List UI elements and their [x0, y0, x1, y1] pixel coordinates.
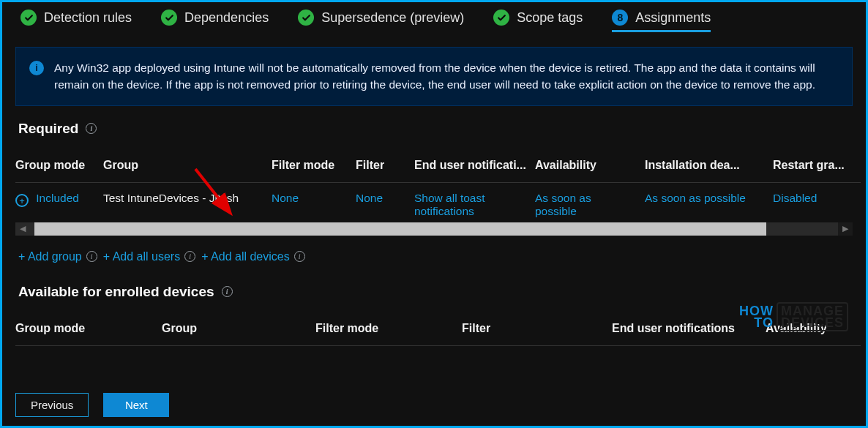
check-icon [298, 10, 314, 26]
tab-dependencies[interactable]: Dependencies [161, 10, 269, 32]
add-group-actions: + Add groupi + Add all usersi + Add all … [18, 250, 850, 263]
add-all-devices-link[interactable]: + Add all devicesi [201, 250, 305, 263]
scroll-left-arrow[interactable]: ◀ [15, 222, 30, 236]
add-all-users-link[interactable]: + Add all usersi [103, 250, 195, 263]
scroll-right-arrow[interactable]: ▶ [838, 222, 853, 236]
check-icon [20, 10, 37, 26]
info-icon: i [29, 61, 44, 75]
tab-label: Detection rules [44, 10, 132, 26]
col-filter: Filter [462, 313, 612, 346]
section-title-required: Required i [18, 121, 850, 137]
required-table: Group mode Group Filter mode Filter End … [15, 150, 861, 222]
section-title-text: Required [18, 121, 78, 137]
col-group-mode: Group mode [15, 150, 103, 183]
tab-label: Dependencies [184, 10, 269, 26]
table-header-row: Group mode Group Filter mode Filter End … [15, 150, 861, 183]
tab-assignments[interactable]: 8 Assignments [612, 10, 711, 32]
col-install-deadline: Installation dea... [645, 150, 773, 183]
tab-detection-rules[interactable]: Detection rules [20, 10, 132, 32]
filter-value[interactable]: None [356, 182, 414, 222]
col-filter-mode: Filter mode [315, 313, 462, 346]
col-filter-mode: Filter mode [272, 150, 356, 183]
notif-value[interactable]: Show all toastnotifications [414, 182, 535, 222]
info-ring-icon[interactable]: i [294, 251, 305, 262]
step-number-badge: 8 [612, 10, 628, 26]
col-group: Group [103, 150, 272, 183]
col-group-mode: Group mode [15, 313, 162, 346]
tab-scope-tags[interactable]: Scope tags [493, 10, 583, 32]
info-banner: i Any Win32 app deployed using Intune wi… [15, 47, 853, 106]
deadline-value[interactable]: As soon as possible [645, 182, 773, 222]
wizard-footer: Previous Next [15, 393, 169, 417]
col-availability: Availability [535, 150, 645, 183]
section-title-text: Available for enrolled devices [18, 284, 214, 300]
previous-button[interactable]: Previous [15, 393, 89, 417]
wizard-tabbar: Detection rules Dependencies Supersedenc… [2, 2, 866, 40]
info-ring-icon[interactable]: i [184, 251, 195, 262]
tab-label: Assignments [635, 10, 711, 26]
tab-supersedence[interactable]: Supersedence (preview) [298, 10, 464, 32]
tab-label: Supersedence (preview) [321, 10, 464, 26]
info-ring-icon[interactable]: i [222, 286, 233, 297]
restart-value[interactable]: Disabled [773, 182, 861, 222]
section-title-available: Available for enrolled devices i [18, 284, 850, 300]
scrollbar-thumb[interactable] [34, 222, 766, 236]
tab-label: Scope tags [517, 10, 583, 26]
filter-mode-value[interactable]: None [272, 182, 356, 222]
add-group-link[interactable]: + Add groupi [18, 250, 97, 263]
available-table: Group mode Group Filter mode Filter End … [15, 313, 861, 346]
table-row[interactable]: + Included Test IntuneDevices - Jitesh N… [15, 182, 861, 222]
plus-circle-icon[interactable]: + [15, 194, 29, 207]
col-group: Group [162, 313, 315, 346]
group-mode-value[interactable]: Included [36, 192, 79, 204]
group-value: Test IntuneDevices - Jitesh [103, 182, 272, 222]
col-restart-grace: Restart gra... [773, 150, 861, 183]
next-button[interactable]: Next [103, 393, 169, 417]
info-ring-icon[interactable]: i [86, 123, 97, 134]
check-icon [493, 10, 509, 26]
table-header-row: Group mode Group Filter mode Filter End … [15, 313, 861, 346]
col-filter: Filter [356, 150, 414, 183]
check-icon [161, 10, 177, 26]
col-end-user-notif: End user notificati... [414, 150, 535, 183]
availability-value[interactable]: As soon aspossible [535, 182, 645, 222]
info-banner-text: Any Win32 app deployed using Intune will… [54, 59, 839, 94]
info-ring-icon[interactable]: i [86, 251, 97, 262]
horizontal-scrollbar[interactable]: ◀ ▶ [15, 222, 853, 236]
watermark-logo: HOW TO MANAGE DEVICES [739, 302, 848, 331]
